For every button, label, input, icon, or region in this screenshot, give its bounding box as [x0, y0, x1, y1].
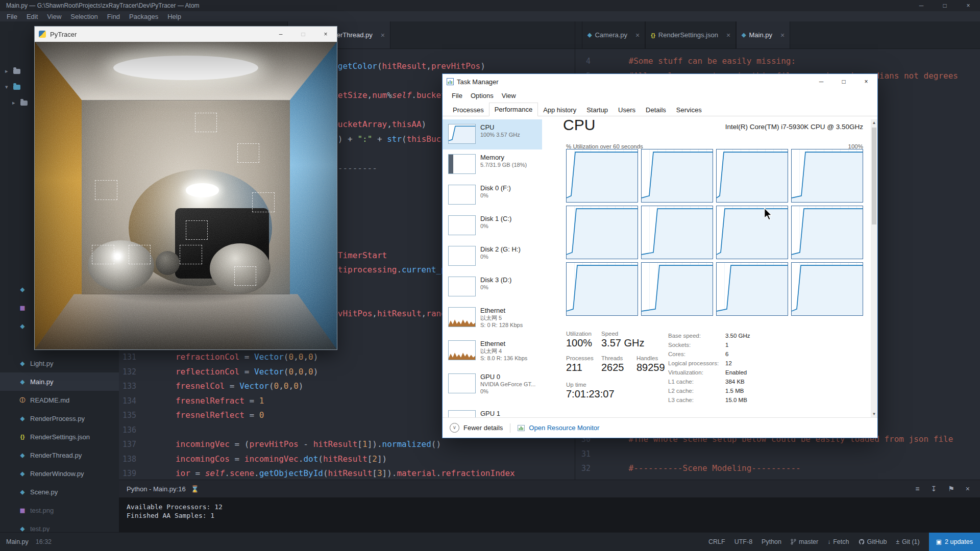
code-line[interactable]: 32 #----------Scene Modeling---------- [575, 461, 980, 476]
tab-camera-py[interactable]: ◆Camera.py× [582, 21, 645, 48]
close-icon[interactable]: × [314, 27, 337, 42]
minimize-icon[interactable]: – [270, 27, 292, 42]
taskmgr-menu-options[interactable]: Options [467, 90, 498, 101]
perf-item-ethernet-5[interactable]: Ethernet以太网 5S: 0 R: 128 Kbps [443, 303, 542, 336]
taskmgr-tab-details[interactable]: Details [641, 104, 671, 116]
scroll-to-bottom-icon[interactable]: ↧ [931, 485, 937, 493]
grammar-indicator[interactable]: Python [762, 538, 781, 545]
code-line[interactable]: 31 [575, 447, 980, 462]
tree-item-main-py[interactable]: ◆Main.py [0, 372, 119, 391]
pytracer-window-controls: – □ × [270, 27, 337, 42]
git-branch-indicator[interactable]: master [791, 538, 818, 545]
minimize-icon[interactable]: ─ [910, 0, 933, 11]
taskmgr-tab-app-history[interactable]: App history [538, 104, 581, 116]
console-output[interactable]: Available Processors: 12Finished AA Samp… [119, 497, 980, 520]
output-panel-title: Python - Main.py:16 [127, 485, 186, 493]
tab-close-icon[interactable]: × [780, 31, 785, 39]
maximize-icon[interactable]: □ [292, 27, 314, 42]
tab-main-py[interactable]: ◆Main.py× [736, 21, 790, 48]
tree-item-test-png[interactable]: ▦test.png [0, 501, 119, 519]
pytracer-window[interactable]: PyTracer – □ × [34, 26, 337, 350]
tree-item-renderthread-py[interactable]: ◆RenderThread.py [0, 446, 119, 464]
taskmgr-tab-users[interactable]: Users [613, 104, 641, 116]
taskmgr-tab-processes[interactable]: Processes [448, 104, 489, 116]
code-line[interactable]: 137 incomingVec = (prevHitPos - hitResul… [119, 437, 575, 452]
taskmgr-tab-startup[interactable]: Startup [581, 104, 613, 116]
encoding-indicator[interactable]: UTF-8 [734, 538, 752, 545]
perf-item-memory-5-7-31-9-gb-18[interactable]: Memory5.7/31.9 GB (18%) [443, 149, 542, 180]
folder-icon [13, 69, 20, 74]
tab-rendersettings-json[interactable]: {}RenderSettings.json× [645, 21, 736, 48]
taskmgr-menu-view[interactable]: View [498, 90, 520, 101]
stat-value: 89259 [636, 362, 665, 373]
open-resource-monitor-link[interactable]: Open Resource Monitor [529, 424, 599, 432]
pin-icon[interactable]: ⚑ [948, 485, 954, 493]
close-icon[interactable]: × [855, 74, 877, 89]
taskmgr-tabs: ProcessesPerformanceApp historyStartupUs… [443, 102, 877, 116]
tree-item-renderwindow-py[interactable]: ◆RenderWindow.py [0, 464, 119, 483]
github-button[interactable]: GitHub [859, 538, 887, 545]
render-bucket-marker [180, 245, 202, 264]
menu-edit[interactable]: Edit [22, 13, 42, 20]
close-icon[interactable]: × [957, 0, 980, 11]
tab-close-icon[interactable]: × [726, 31, 730, 39]
tree-item-scene-py[interactable]: ◆Scene.py [0, 483, 119, 501]
file-name: RenderWindow.py [30, 470, 84, 478]
code-line[interactable]: 33 [575, 476, 980, 480]
detail-label: Sockets: [668, 342, 725, 348]
minimize-icon[interactable]: ─ [810, 74, 832, 89]
perf-item-cpu-100-3-57-ghz[interactable]: CPU100% 3.57 GHz [443, 119, 542, 149]
perf-item-gpu-1[interactable]: GPU 1 [443, 406, 542, 418]
taskmgr-tab-performance[interactable]: Performance [489, 103, 538, 116]
tab-close-icon[interactable]: × [381, 31, 385, 39]
tree-item-readme-md[interactable]: ⓘREADME.md [0, 391, 119, 409]
tree-item-light-py[interactable]: ◆Light.py [0, 354, 119, 372]
disclosure-arrow-icon[interactable]: ▾ [5, 84, 10, 90]
taskmgr-titlebar[interactable]: Task Manager ─ □ × [443, 74, 877, 89]
taskmgr-tab-services[interactable]: Services [671, 104, 707, 116]
perf-item-disk-0-f-0[interactable]: Disk 0 (F:)0% [443, 180, 542, 211]
code-line[interactable]: 4 #Some stuff can be easily missing: [575, 54, 980, 69]
maximize-icon[interactable]: □ [933, 0, 957, 11]
cursor-position[interactable]: 16:32 [36, 538, 52, 545]
window-title: Main.py — G:\ShawnRoot\Projects\zxRayTra… [0, 2, 910, 9]
disclosure-arrow-icon[interactable]: ▸ [5, 68, 10, 74]
tree-item-renderprocess-py[interactable]: ◆RenderProcess.py [0, 409, 119, 428]
detail-value: 1 [725, 342, 728, 348]
code-line[interactable]: 139 ior = self.scene.getObjectById(hitRe… [119, 466, 575, 480]
perf-item-gpu-0-nvidia-geforce-gt[interactable]: GPU 0NVIDIA GeForce GT...0% [443, 369, 542, 406]
task-manager-window[interactable]: Task Manager ─ □ × FileOptionsView Proce… [442, 73, 878, 438]
perf-item-disk-3-d-0[interactable]: Disk 3 (D:)0% [443, 272, 542, 303]
menu-view[interactable]: View [42, 13, 66, 20]
package-updates-button[interactable]: ▣2 updates [929, 533, 980, 551]
perf-item-disk-1-c-0[interactable]: Disk 1 (C:)0% [443, 211, 542, 241]
line-ending-indicator[interactable]: CRLF [708, 538, 725, 545]
code-line[interactable]: 138 incomingCos = incomingVec.dot(hitRes… [119, 452, 575, 467]
menu-find[interactable]: Find [103, 13, 125, 20]
pytracer-titlebar[interactable]: PyTracer – □ × [35, 27, 337, 42]
status-filename[interactable]: Main.py [6, 538, 29, 545]
taskmgr-menu-file[interactable]: File [448, 90, 467, 101]
perf-item-disk-2-g-h-0[interactable]: Disk 2 (G: H:)0% [443, 241, 542, 272]
chevron-circle-icon[interactable]: ∨ [450, 423, 459, 433]
tree-item-test-py[interactable]: ◆test.py [0, 519, 119, 533]
menu-help[interactable]: Help [163, 13, 186, 20]
scroll-lock-icon[interactable]: ≡ [915, 485, 919, 493]
atom-titlebar[interactable]: Main.py — G:\ShawnRoot\Projects\zxRayTra… [0, 0, 980, 11]
maximize-icon[interactable]: □ [832, 74, 855, 89]
disclosure-arrow-icon[interactable]: ▸ [12, 99, 17, 106]
fetch-button[interactable]: ↓Fetch [827, 538, 849, 545]
close-icon[interactable]: × [966, 485, 970, 493]
stat-label: Up time [566, 382, 615, 388]
cpu-core-graph-11 [716, 262, 788, 316]
perf-item-ethernet-4[interactable]: Ethernet以太网 4S: 8.0 R: 136 Kbps [443, 336, 542, 369]
fewer-details-link[interactable]: Fewer details [463, 424, 503, 432]
footer-divider [510, 423, 510, 433]
menu-selection[interactable]: Selection [66, 13, 102, 20]
git-tab-button[interactable]: ±Git (1) [896, 538, 919, 545]
output-panel-header[interactable]: Python - Main.py:16 ⌛ ≡↧⚑× [119, 480, 980, 497]
menu-packages[interactable]: Packages [125, 13, 163, 20]
menu-file[interactable]: File [2, 13, 22, 20]
tab-close-icon[interactable]: × [635, 31, 640, 39]
tree-item-rendersettings-json[interactable]: {}RenderSettings.json [0, 428, 119, 446]
